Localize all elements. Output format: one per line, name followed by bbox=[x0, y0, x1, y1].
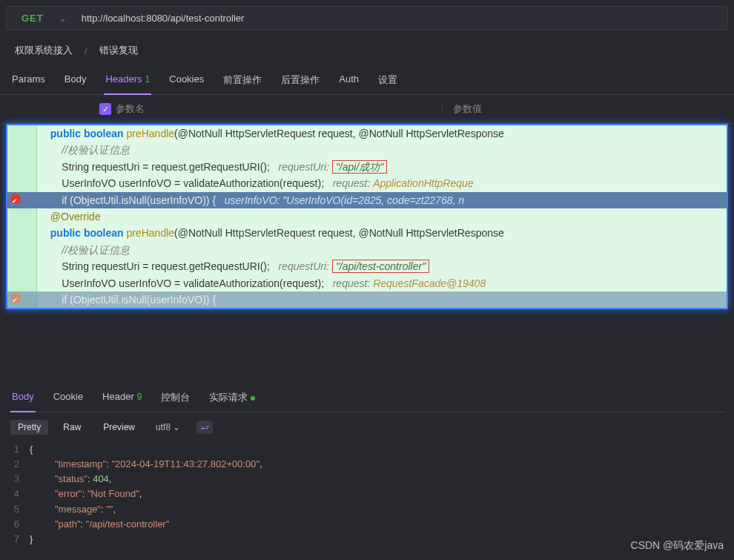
tab-post-action[interactable]: 后置操作 bbox=[280, 69, 321, 94]
view-pretty-button[interactable]: Pretty bbox=[10, 420, 48, 435]
code-line: public boolean preHandle(@NotNull HttpSe… bbox=[7, 125, 727, 142]
response-tabs: Body Cookie Header9 控制台 实际请求 bbox=[9, 382, 725, 412]
tab-settings[interactable]: 设置 bbox=[377, 69, 399, 94]
response-panel: Body Cookie Header9 控制台 实际请求 Pretty Raw … bbox=[0, 382, 734, 547]
rtab-cookie[interactable]: Cookie bbox=[52, 386, 85, 412]
view-raw-button[interactable]: Raw bbox=[56, 420, 88, 435]
chevron-down-icon: ⌄ bbox=[173, 422, 180, 432]
tab-body[interactable]: Body bbox=[63, 69, 88, 94]
code-line: String requestUri = request.getRequestUR… bbox=[7, 258, 727, 274]
code-line-executing: if (ObjectUtil.isNull(userInfoVO)) { use… bbox=[7, 192, 727, 208]
rtab-actual-label: 实际请求 bbox=[209, 392, 248, 403]
rtab-body[interactable]: Body bbox=[10, 386, 36, 412]
debug-code-overlay: public boolean preHandle(@NotNull HttpSe… bbox=[6, 124, 728, 309]
breadcrumb-sep: / bbox=[85, 45, 87, 56]
col-param-name: 参数名 bbox=[107, 102, 442, 116]
response-json: 1{ 2"timestamp": "2024-04-19T11:43:27.80… bbox=[9, 442, 725, 547]
code-line: public boolean preHandle(@NotNull HttpSe… bbox=[7, 225, 727, 241]
response-view-modes: Pretty Raw Preview utf8 ⌄ ⮐ bbox=[9, 412, 725, 442]
tab-pre-action[interactable]: 前置操作 bbox=[222, 69, 263, 94]
rtab-header-count: 9 bbox=[137, 392, 142, 402]
code-line: UserInfoVO userInfoVO = validateAuthoriz… bbox=[7, 275, 727, 291]
url-bar: GET ⌄ http://localhost:8080/api/test-con… bbox=[6, 6, 728, 30]
request-tabs: Params Body Headers1 Cookies 前置操作 后置操作 A… bbox=[0, 65, 734, 95]
breadcrumb-root[interactable]: 权限系统接入 bbox=[15, 44, 73, 57]
encoding-select[interactable]: utf8 ⌄ bbox=[156, 422, 180, 432]
code-line-executing: if (ObjectUtil.isNull(userInfoVO)) { bbox=[7, 291, 727, 308]
breakpoint-icon[interactable] bbox=[10, 293, 21, 303]
breakpoint-icon[interactable] bbox=[10, 194, 21, 204]
headers-table-header: ✓ 参数名 参数值 bbox=[0, 95, 734, 124]
rtab-header[interactable]: Header9 bbox=[101, 386, 143, 412]
code-line: UserInfoVO userInfoVO = validateAuthoriz… bbox=[7, 175, 727, 191]
code-line: @Override bbox=[7, 208, 727, 225]
http-method[interactable]: GET bbox=[22, 13, 44, 24]
breadcrumb-leaf[interactable]: 错误复现 bbox=[99, 44, 138, 57]
tab-headers[interactable]: Headers1 bbox=[104, 69, 151, 94]
rtab-console[interactable]: 控制台 bbox=[159, 386, 191, 412]
code-line: //校验认证信息 bbox=[7, 242, 727, 258]
view-preview-button[interactable]: Preview bbox=[96, 420, 142, 435]
rtab-header-label: Header bbox=[102, 391, 134, 402]
code-line: String requestUri = request.getRequestUR… bbox=[7, 159, 727, 175]
col-param-value: 参数值 bbox=[442, 102, 724, 116]
tab-headers-count: 1 bbox=[145, 74, 151, 85]
code-line: //校验认证信息 bbox=[7, 142, 727, 158]
watermark: CSDN @码农爱java bbox=[631, 539, 724, 553]
tab-cookies[interactable]: Cookies bbox=[168, 69, 205, 94]
status-dot-icon bbox=[251, 396, 255, 401]
chevron-down-icon[interactable]: ⌄ bbox=[59, 13, 67, 24]
wrap-lines-icon[interactable]: ⮐ bbox=[196, 421, 213, 434]
tab-params[interactable]: Params bbox=[10, 69, 47, 94]
rtab-actual[interactable]: 实际请求 bbox=[208, 386, 257, 412]
url-input[interactable]: http://localhost:8080/api/test-controlle… bbox=[82, 13, 245, 24]
breadcrumb: 权限系统接入 / 错误复现 bbox=[0, 36, 734, 65]
tab-headers-label: Headers bbox=[105, 73, 142, 85]
tab-auth[interactable]: Auth bbox=[337, 69, 360, 94]
